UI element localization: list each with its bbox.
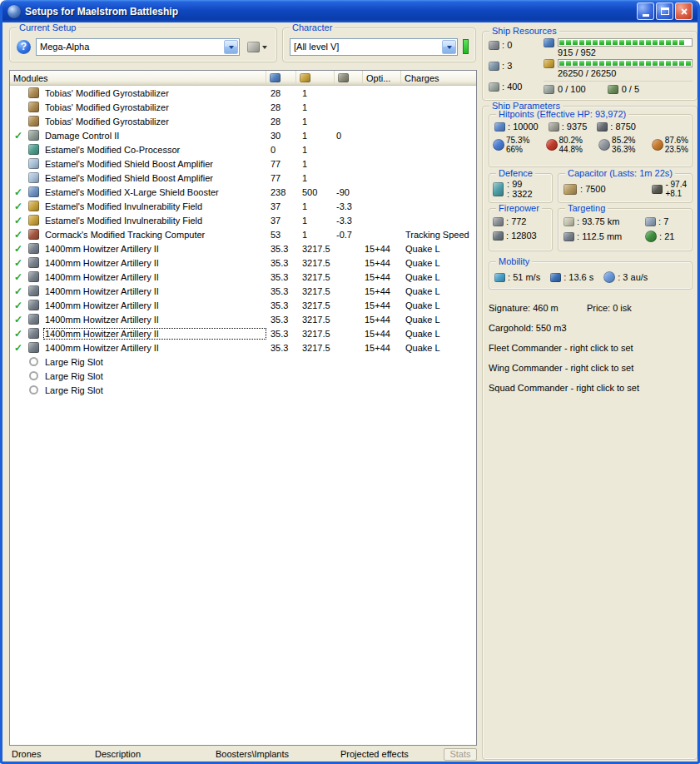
titlebar[interactable]: Setups for Maelstrom Battleship — [2, 0, 698, 22]
shield-icon — [494, 122, 505, 131]
max-velocity-icon — [494, 273, 505, 282]
table-row[interactable]: Large Rig Slot — [10, 355, 476, 369]
table-row[interactable]: 1400mm Howitzer Artillery II35.33217.515… — [10, 284, 476, 298]
character-dropdown-button[interactable] — [442, 40, 456, 54]
stats-button[interactable]: Stats — [444, 748, 477, 761]
opti-value: 15+44 — [363, 272, 401, 282]
ship-info-text: Signature: 460 m Price: 0 isk Cargohold:… — [489, 298, 693, 398]
artillery-icon — [28, 300, 39, 310]
wing-commander-text[interactable]: Wing Commander - right click to set — [489, 358, 693, 378]
charges-value: Quake L — [401, 343, 476, 353]
defence-group: Defence 99 3322 — [489, 173, 553, 203]
hitpoints-group: Hitpoints (Effective HP: 93,972) 10000 9… — [489, 114, 693, 167]
launcher-hardpoints-icon — [489, 62, 499, 71]
help-icon[interactable] — [17, 40, 31, 54]
pg-value: 3217.5 — [296, 258, 335, 268]
table-row[interactable]: 1400mm Howitzer Artillery II35.33217.515… — [10, 298, 476, 312]
sensor-strength: 21 — [645, 231, 687, 242]
scan-resolution-value: 112.5 mm — [577, 231, 622, 241]
table-row[interactable]: Tobias' Modified Gyrostabilizer281 — [10, 114, 476, 128]
chevron-down-icon — [229, 46, 234, 52]
table-row[interactable]: 1400mm Howitzer Artillery II35.33217.515… — [10, 340, 476, 355]
table-row[interactable]: Tobias' Modified Gyrostabilizer281 — [10, 100, 476, 114]
powergrid-column-header[interactable] — [296, 71, 335, 85]
armor-hp: 9375 — [549, 122, 588, 131]
pg-value: 1 — [296, 173, 335, 183]
capacitor-label: Capacitor (Lasts: 1m 22s) — [565, 168, 675, 178]
module-name: Estamel's Modified Shield Boost Amplifie… — [43, 158, 266, 170]
table-row[interactable]: Cormack's Modified Tracking Computer531-… — [10, 227, 476, 241]
tab-description[interactable]: Description — [92, 749, 213, 759]
powergrid-icon — [300, 73, 310, 82]
capacitor-column-header[interactable] — [335, 71, 363, 85]
modules-table: Modules Opti... Charges Tobias' Modified… — [9, 70, 477, 746]
shield-hp-value: 10000 — [508, 122, 539, 131]
scan-resolution-icon — [563, 232, 574, 241]
table-row[interactable]: Estamel's Modified Shield Boost Amplifie… — [10, 156, 476, 171]
defence-icon — [493, 182, 504, 196]
resists-row: 75.3%66% 80.2%44.8% 85.2%36.3% 87.6%23.5… — [489, 133, 692, 154]
table-row[interactable]: Estamel's Modified Co-Processor01 — [10, 142, 476, 156]
setup-tools-button[interactable] — [245, 40, 270, 54]
table-row[interactable]: Tobias' Modified Gyrostabilizer281 — [10, 86, 476, 100]
optimal-column-header[interactable]: Opti... — [363, 71, 401, 85]
module-name: 1400mm Howitzer Artillery II — [43, 342, 266, 354]
cpu-value: 77 — [266, 159, 296, 169]
table-row[interactable]: 1400mm Howitzer Artillery II35.33217.515… — [10, 241, 476, 255]
table-row[interactable]: Estamel's Modified Invulnerability Field… — [10, 213, 476, 227]
tab-drones[interactable]: Drones — [9, 749, 92, 759]
setup-dropdown-button[interactable] — [224, 40, 238, 54]
capacitor-group: Capacitor (Lasts: 1m 22s) 7500 - 97.4 +8… — [558, 173, 693, 203]
cpu-value: 35.3 — [266, 343, 296, 353]
fleet-commander-text[interactable]: Fleet Commander - right click to set — [489, 338, 693, 358]
charges-column-header[interactable]: Charges — [401, 71, 476, 85]
client-area: Current Setup Mega-Alpha Character [All … — [5, 22, 695, 759]
cpu-bar — [558, 38, 693, 47]
opti-value: 15+44 — [363, 244, 401, 254]
pg-value: 1 — [296, 145, 335, 155]
tab-projected-effects[interactable]: Projected effects — [338, 749, 444, 759]
table-row[interactable]: 1400mm Howitzer Artillery II35.33217.515… — [10, 270, 476, 284]
charges-value: Quake L — [401, 286, 476, 296]
artillery-icon — [28, 257, 39, 268]
table-row[interactable]: 1400mm Howitzer Artillery II35.33217.515… — [10, 312, 476, 326]
character-combobox[interactable]: [All level V] — [290, 38, 458, 56]
shield-hp: 10000 — [494, 122, 539, 131]
calibration-usage-text: 0 / 100 — [558, 84, 586, 94]
table-row[interactable]: Large Rig Slot — [10, 369, 476, 383]
pg-value: 1 — [296, 201, 335, 211]
targeting-range-value: 93.75 km — [577, 216, 619, 226]
ship-resources-group: Ship Resources 0 3 400 915 / 952 — [482, 31, 698, 101]
table-row[interactable]: Estamel's Modified Shield Boost Amplifie… — [10, 171, 476, 185]
window-controls — [637, 2, 693, 20]
targeting-group: Targeting 93.75 km 7 112.5 mm 21 — [558, 208, 693, 251]
charges-value: Quake L — [401, 300, 476, 310]
pg-value: 1 — [296, 117, 335, 127]
module-name: 1400mm Howitzer Artillery II — [43, 257, 266, 269]
table-row[interactable]: 1400mm Howitzer Artillery II35.33217.515… — [10, 326, 476, 340]
cpu-value: 28 — [266, 117, 296, 127]
modules-column-header[interactable]: Modules — [10, 71, 266, 85]
max-targets-icon — [645, 217, 656, 226]
table-row[interactable]: 1400mm Howitzer Artillery II35.33217.515… — [10, 255, 476, 270]
tab-boosters-implants[interactable]: Boosters\Implants — [213, 749, 338, 759]
character-combobox-value: [All level V] — [290, 42, 441, 52]
table-row[interactable]: Estamel's Modified X-Large Shield Booste… — [10, 185, 476, 199]
table-row[interactable]: Estamel's Modified Invulnerability Field… — [10, 199, 476, 213]
cpu-column-header[interactable] — [266, 71, 296, 85]
dps-value: 772 — [506, 216, 526, 226]
setup-combobox[interactable]: Mega-Alpha — [36, 38, 240, 56]
tools-icon — [247, 42, 260, 52]
maximize-button[interactable] — [656, 2, 673, 20]
minimize-button[interactable] — [637, 2, 654, 20]
close-button[interactable] — [675, 2, 693, 20]
thermal-resist-group: 80.2%44.8% — [546, 136, 583, 154]
squad-commander-text[interactable]: Squad Commander - right click to set — [489, 378, 693, 398]
table-row[interactable]: Damage Control II3010 — [10, 128, 476, 142]
drone-icon — [608, 85, 618, 94]
volley: 12803 — [493, 231, 549, 241]
warp-speed: 3 au/s — [603, 271, 648, 283]
cpu-icon — [270, 73, 280, 82]
cap-value: -90 — [335, 187, 363, 197]
table-row[interactable]: Large Rig Slot — [10, 383, 476, 397]
